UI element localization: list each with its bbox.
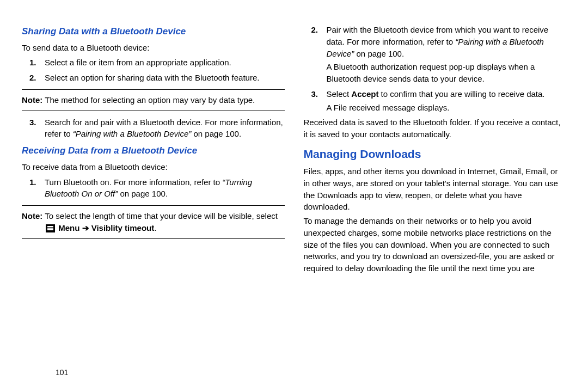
sharing-data-heading: Sharing Data with a Bluetooth Device [22, 25, 285, 39]
receiving-data-heading: Receiving Data from a Bluetooth Device [22, 144, 285, 158]
receiving-steps-right: Pair with the Bluetooth device from whic… [304, 24, 567, 113]
sharing-intro: To send data to a Bluetooth device: [22, 42, 285, 54]
sharing-step-1: Select a file or item from an appropriat… [22, 57, 285, 69]
page-number: 101 [56, 368, 68, 377]
receiving-step-3: Select Accept to confirm that you are wi… [304, 88, 567, 114]
receiving-note: Note: To select the length of time that … [22, 205, 285, 239]
receiving-step-2: Pair with the Bluetooth device from whic… [304, 24, 567, 85]
receiving-step-1: Turn Bluetooth on. For more information,… [22, 176, 285, 200]
visibility-timeout-text: Visiblity timeout [91, 223, 155, 232]
note-body-a: To select the length of time that your d… [45, 211, 278, 220]
sharing-note: Note: The method for selecting an option… [22, 89, 285, 111]
note-label: Note: [22, 211, 42, 220]
sharing-steps: Select a file or item from an appropriat… [22, 57, 285, 84]
menu-icon [46, 224, 55, 232]
managing-p2: To manage the demands on their networks … [304, 215, 567, 274]
step2-subtext: A Bluetooth authorization request pop-up… [327, 61, 567, 85]
arrow-icon: ➔ [79, 223, 91, 232]
sharing-step-3: Search for and pair with a Bluetooth dev… [22, 117, 285, 140]
note-label: Note: [22, 95, 42, 105]
receiving-steps: Turn Bluetooth on. For more information,… [22, 176, 285, 200]
receiving-intro: To receive data from a Bluetooth device: [22, 161, 285, 173]
accept-text: Accept [351, 89, 378, 99]
right-column: Pair with the Bluetooth device from whic… [304, 21, 567, 392]
received-data-para: Received data is saved to the Bluetooth … [304, 117, 567, 140]
menu-text: Menu [58, 223, 79, 232]
managing-downloads-heading: Managing Downloads [304, 146, 567, 162]
pairing-ref: “Pairing with a Bluetooth Device” [73, 129, 192, 138]
step3-subtext: A File received message displays. [327, 102, 567, 114]
left-column: Sharing Data with a Bluetooth Device To … [22, 21, 285, 392]
managing-p1: Files, apps, and other items you downloa… [304, 166, 567, 213]
sharing-steps-cont: Search for and pair with a Bluetooth dev… [22, 117, 285, 140]
sharing-step-2: Select an option for sharing data with t… [22, 72, 285, 84]
note-body: The method for selecting an option may v… [45, 95, 255, 105]
